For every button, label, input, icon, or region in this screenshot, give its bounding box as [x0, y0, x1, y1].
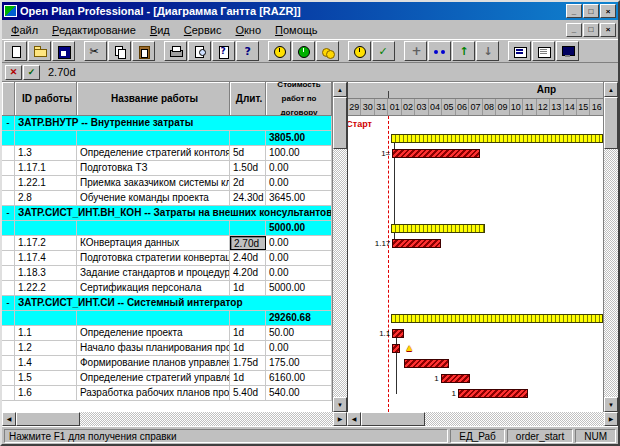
duration-cell[interactable]: 1d — [230, 341, 266, 355]
id-cell[interactable]: 1.17.4 — [15, 251, 77, 265]
cost-cell[interactable]: 5000.00 — [266, 221, 332, 235]
menu-item-tools[interactable]: Сервис — [177, 22, 229, 38]
id-cell[interactable]: 1.3 — [15, 146, 77, 160]
name-cell[interactable]: Задание стандартов и процедур по д — [77, 266, 230, 280]
screen-button[interactable] — [556, 41, 579, 61]
title-bar[interactable]: Open Plan Professional - [Диаграмма Гант… — [2, 2, 618, 20]
cut-button[interactable] — [84, 41, 107, 61]
table-row-summary[interactable]: 29260.68 — [2, 311, 332, 326]
outline-toggle[interactable]: - — [2, 116, 15, 130]
cost-cell[interactable]: 29260.68 — [266, 311, 332, 325]
duration-cell[interactable]: 1.75d — [230, 356, 266, 370]
menu-item-window[interactable]: Окно — [228, 22, 268, 38]
id-cell[interactable] — [15, 311, 77, 325]
cost-cell[interactable]: 3645.00 — [266, 191, 332, 205]
close-button[interactable]: × — [600, 4, 616, 18]
task-bar[interactable] — [392, 239, 440, 248]
print-preview-button[interactable] — [188, 41, 211, 61]
cancel-button[interactable]: ✕ — [5, 65, 22, 80]
name-cell[interactable] — [77, 221, 230, 235]
task-bar[interactable] — [392, 149, 479, 158]
duration-cell[interactable]: 4.20d — [230, 266, 266, 280]
new-button[interactable] — [4, 41, 27, 61]
name-cell[interactable] — [77, 311, 230, 325]
gantt-view-button[interactable] — [508, 41, 531, 61]
duration-cell[interactable]: 2d — [230, 176, 266, 190]
table-row-section[interactable]: -ЗАТР.ВНУТР -- Внутренние затраты — [2, 116, 332, 131]
table-row-1.6[interactable]: 1.6Разработка рабочих планов проекта5.40… — [2, 386, 332, 401]
duration-cell[interactable]: 1d — [230, 326, 266, 340]
menu-item-view[interactable]: Вид — [143, 22, 177, 38]
milestone-marker[interactable]: ▲ — [404, 342, 414, 354]
task-bar[interactable] — [404, 359, 448, 368]
table-row-1.2[interactable]: 1.2Начало фазы планирования проекта1d0.0… — [2, 341, 332, 356]
name-cell[interactable]: Определение стратегий управления и — [77, 371, 230, 385]
gantt-vscroll-thumb[interactable] — [604, 97, 618, 149]
mdi-minimize-button[interactable]: _ — [566, 23, 582, 37]
table-row-1.17.4[interactable]: 1.17.4Подготовка стратегии конвертации2.… — [2, 251, 332, 266]
add-activity-button[interactable] — [404, 41, 427, 61]
duration-cell[interactable]: 1.50d — [230, 161, 266, 175]
gantt-hscroll-thumb[interactable] — [361, 412, 425, 426]
table-vscrollbar[interactable]: ▲ ▼ — [332, 82, 347, 412]
table-view-button[interactable] — [532, 41, 555, 61]
cost-cell[interactable]: 6160.00 — [266, 371, 332, 385]
summary-bar[interactable] — [391, 224, 485, 233]
id-cell[interactable]: 1.6 — [15, 386, 77, 400]
summary-bar[interactable] — [391, 134, 603, 143]
task-bar[interactable] — [458, 389, 528, 398]
mdi-close-button[interactable]: × — [600, 23, 616, 37]
cost-cell[interactable]: 50.00 — [266, 326, 332, 340]
duration-cell[interactable]: 5d — [230, 146, 266, 160]
gantt-hscrollbar[interactable]: ◀ ▶ — [347, 412, 618, 426]
table-row-summary[interactable]: 3805.00 — [2, 131, 332, 146]
cost-cell[interactable]: 0.00 — [266, 341, 332, 355]
id-cell[interactable] — [15, 221, 77, 235]
time-analysis-button[interactable] — [268, 41, 291, 61]
table-row-1.17.2[interactable]: 1.17.2КОнвертация данных2.70d0.00 — [2, 236, 332, 251]
id-cell[interactable]: 1.17.1 — [15, 161, 77, 175]
cost-cell[interactable]: 540.00 — [266, 386, 332, 400]
id-cell[interactable]: 1.22.2 — [15, 281, 77, 295]
name-cell[interactable]: Обучение команды проекта — [77, 191, 230, 205]
id-cell[interactable]: 1.17.2 — [15, 236, 77, 250]
gantt-body[interactable]: Старт1=1.171.1▲11 — [348, 116, 603, 412]
resource-scheduling-button[interactable] — [292, 41, 315, 61]
name-cell[interactable]: Разработка рабочих планов проекта — [77, 386, 230, 400]
task-bar[interactable] — [441, 374, 471, 383]
menu-item-help[interactable]: Помощь — [268, 22, 325, 38]
progress-button[interactable] — [348, 41, 371, 61]
table-row-2.8[interactable]: 2.8Обучение команды проекта24.30d3645.00 — [2, 191, 332, 206]
outline-toggle[interactable]: - — [2, 296, 15, 310]
name-cell[interactable] — [77, 131, 230, 145]
complete-button[interactable] — [372, 41, 395, 61]
cost-analysis-button[interactable] — [316, 41, 339, 61]
table-hscrollbar[interactable]: ◀ ▶ — [2, 412, 347, 426]
table-row-section[interactable]: -ЗАТР.СИСТ_ИНТ.СИ -- Системный интеграто… — [2, 296, 332, 311]
scroll-down-icon[interactable]: ▼ — [604, 397, 618, 412]
menu-item-file[interactable]: Файл — [4, 22, 45, 38]
cost-cell[interactable]: 100.00 — [266, 146, 332, 160]
scroll-left-icon[interactable]: ◀ — [347, 412, 361, 426]
link-activities-button[interactable] — [428, 41, 451, 61]
name-cell[interactable]: Начало фазы планирования проекта — [77, 341, 230, 355]
report-button[interactable] — [212, 41, 235, 61]
id-cell[interactable]: 1.5 — [15, 371, 77, 385]
table-hscroll-thumb[interactable] — [16, 412, 80, 426]
cost-cell[interactable]: 0.00 — [266, 176, 332, 190]
outline-toggle[interactable]: - — [2, 206, 15, 220]
gantt-vscroll-track[interactable] — [604, 97, 618, 397]
cost-cell[interactable]: 0.00 — [266, 266, 332, 280]
cost-cell[interactable]: 0.00 — [266, 251, 332, 265]
table-row-1.3[interactable]: 1.3Определение стратегий контоля и отч5d… — [2, 146, 332, 161]
print-button[interactable] — [164, 41, 187, 61]
table-row-section[interactable]: -ЗАТР.СИСТ_ИНТ.ВН_КОН -- Затраты на внеш… — [2, 206, 332, 221]
copy-button[interactable] — [108, 41, 131, 61]
edit-value-field[interactable]: 2.70d — [42, 66, 76, 78]
table-vscroll-thumb[interactable] — [333, 97, 347, 149]
duration-cell[interactable] — [230, 221, 266, 235]
duration-cell[interactable]: 2.40d — [230, 251, 266, 265]
name-cell[interactable]: Сертификация персонала — [77, 281, 230, 295]
duration-cell[interactable]: 5.40d — [230, 386, 266, 400]
scroll-down-icon[interactable]: ▼ — [333, 397, 347, 412]
